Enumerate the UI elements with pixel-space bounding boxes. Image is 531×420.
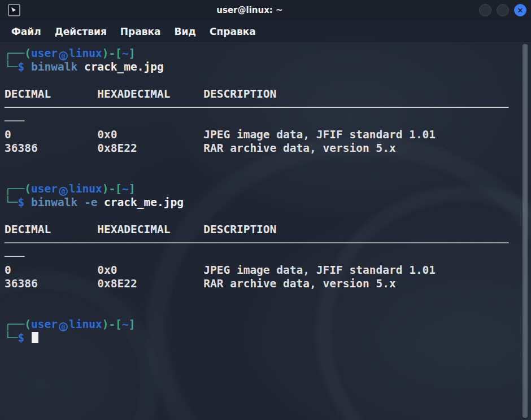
prompt-cwd: ~ (122, 182, 129, 195)
prompt-tail: └─ (5, 331, 18, 344)
output-separator: ────────────────────────────────────────… (5, 101, 519, 115)
window-controls: ✕ (479, 4, 526, 16)
prompt-dollar: $ (18, 196, 31, 209)
prompt-tail: └─ (5, 60, 18, 73)
prompt-cwd: ~ (122, 47, 129, 60)
prompt-host: linux (69, 47, 102, 60)
scrollbar-thumb[interactable] (523, 44, 528, 418)
circled-at-icon: @ (59, 51, 68, 60)
window-title: user@linux: ~ (20, 5, 479, 15)
blank-line (5, 155, 519, 169)
prompt-mid: )-[ (102, 318, 122, 331)
prompt-close: ] (129, 182, 136, 195)
menu-view[interactable]: Вид (174, 26, 196, 37)
output-separator-wrap: ─── (5, 250, 519, 264)
prompt-mid: )-[ (102, 182, 122, 195)
menu-edit[interactable]: Правка (120, 26, 161, 37)
window-titlebar[interactable]: user@linux: ~ ✕ (0, 0, 531, 20)
terminal-scrollbar[interactable] (522, 44, 529, 418)
output-row: 36386 0x8E22 RAR archive data, version 5… (5, 277, 519, 291)
command-program: binwalk -e (31, 196, 104, 209)
output-row: 36386 0x8E22 RAR archive data, version 5… (5, 142, 519, 155)
blank-line (5, 291, 519, 304)
prompt-mid: )-[ (102, 47, 122, 60)
prompt-open: ┌──( (5, 182, 31, 195)
output-column-headers: DECIMAL HEXADECIMAL DESCRIPTION (5, 223, 519, 237)
blank-line (5, 74, 519, 88)
prompt-cwd: ~ (122, 318, 129, 331)
command-line-1: └─$ binwalk crack_me.jpg (5, 60, 519, 74)
terminal-cursor (32, 332, 38, 343)
menu-help[interactable]: Справка (210, 26, 256, 37)
output-row: 0 0x0 JPEG image data, JFIF standard 1.0… (5, 264, 519, 277)
command-argument: crack_me.jpg (84, 60, 164, 73)
command-program: binwalk (31, 60, 84, 73)
menu-actions[interactable]: Действия (55, 26, 107, 37)
prompt-close: ] (129, 318, 136, 331)
terminal-app-icon[interactable] (8, 4, 20, 16)
prompt-tail: └─ (5, 196, 18, 209)
active-input-line[interactable]: └─$ (5, 331, 519, 345)
circled-at-icon: @ (59, 322, 68, 331)
maximize-button[interactable] (497, 4, 509, 16)
output-column-headers: DECIMAL HEXADECIMAL DESCRIPTION (5, 88, 519, 101)
close-button[interactable]: ✕ (514, 4, 526, 16)
blank-line (5, 169, 519, 182)
output-separator-wrap: ─── (5, 115, 519, 128)
prompt-user: user (31, 182, 58, 195)
prompt-open: ┌──( (5, 47, 31, 60)
command-line-2: └─$ binwalk -e crack_me.jpg (5, 196, 519, 209)
prompt-user: user (31, 318, 58, 331)
circled-at-icon: @ (59, 187, 68, 196)
blank-line (5, 209, 519, 223)
minimize-button[interactable] (479, 4, 491, 16)
close-icon: ✕ (517, 7, 524, 14)
prompt-dollar: $ (18, 331, 31, 344)
prompt-dollar: $ (18, 60, 31, 73)
menu-bar: Файл Действия Правка Вид Справка (0, 20, 531, 43)
prompt-open: ┌──( (5, 318, 31, 331)
prompt-close: ] (129, 47, 136, 60)
terminal-prompt-glyph (11, 7, 16, 12)
output-separator: ────────────────────────────────────────… (5, 237, 519, 250)
prompt-line-3: ┌──(user@linux)-[~] (5, 318, 519, 331)
output-row: 0 0x0 JPEG image data, JFIF standard 1.0… (5, 128, 519, 142)
prompt-line-2: ┌──(user@linux)-[~] (5, 182, 519, 196)
prompt-line-1: ┌──(user@linux)-[~] (5, 47, 519, 60)
prompt-host: linux (69, 318, 102, 331)
prompt-host: linux (69, 182, 102, 195)
prompt-user: user (31, 47, 58, 60)
menu-file[interactable]: Файл (11, 26, 41, 37)
terminal-content-area[interactable]: ┌──(user@linux)-[~] └─$ binwalk crack_me… (0, 43, 531, 420)
blank-line (5, 304, 519, 318)
command-argument: crack_me.jpg (104, 196, 184, 209)
